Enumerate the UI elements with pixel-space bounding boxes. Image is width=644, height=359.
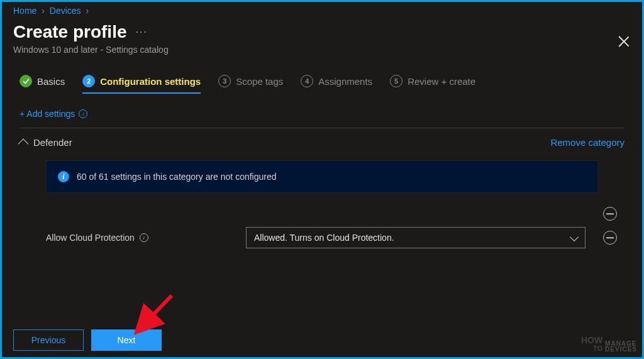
step-label: Scope tags bbox=[236, 76, 283, 87]
category-name: Defender bbox=[33, 137, 72, 148]
remove-setting-button[interactable] bbox=[603, 231, 617, 245]
chevron-right-icon: › bbox=[42, 6, 45, 16]
step-label: Basics bbox=[37, 76, 65, 87]
step-assignments[interactable]: 4 Assignments bbox=[301, 75, 372, 94]
close-icon[interactable] bbox=[616, 33, 632, 50]
info-icon[interactable]: i bbox=[140, 233, 148, 242]
remove-category-button[interactable]: Remove category bbox=[550, 137, 625, 148]
page-title: Create profile bbox=[13, 22, 127, 42]
step-label: Assignments bbox=[318, 76, 372, 87]
step-number: 3 bbox=[218, 75, 231, 87]
chevron-down-icon bbox=[570, 233, 579, 241]
check-icon bbox=[19, 75, 32, 87]
chevron-right-icon: › bbox=[86, 6, 89, 16]
more-icon[interactable]: ··· bbox=[136, 26, 148, 38]
setting-value-dropdown[interactable]: Allowed. Turns on Cloud Protection. bbox=[246, 227, 586, 248]
setting-label: Allow Cloud Protection bbox=[46, 233, 135, 243]
next-button[interactable]: Next bbox=[91, 329, 162, 351]
breadcrumb-home[interactable]: Home bbox=[13, 6, 36, 16]
step-number: 2 bbox=[82, 75, 95, 87]
breadcrumb: Home › Devices › bbox=[2, 2, 642, 17]
step-basics[interactable]: Basics bbox=[19, 75, 65, 94]
page-subtitle: Windows 10 and later - Settings catalog bbox=[2, 43, 642, 66]
step-review-create[interactable]: 5 Review + create bbox=[390, 75, 475, 94]
step-number: 4 bbox=[301, 75, 313, 87]
breadcrumb-devices[interactable]: Devices bbox=[50, 6, 81, 16]
watermark: HOW TO MANAGE DEVICES bbox=[581, 336, 637, 352]
dropdown-selected-value: Allowed. Turns on Cloud Protection. bbox=[254, 233, 394, 243]
category-info-banner: i 60 of 61 settings in this category are… bbox=[46, 160, 598, 193]
add-settings-button[interactable]: + Add settings i bbox=[2, 94, 642, 128]
step-number: 5 bbox=[390, 75, 402, 87]
step-configuration-settings[interactable]: 2 Configuration settings bbox=[82, 75, 201, 94]
wizard-steps: Basics 2 Configuration settings 3 Scope … bbox=[2, 66, 642, 94]
banner-text: 60 of 61 settings in this category are n… bbox=[77, 172, 277, 182]
category-toggle[interactable]: Defender bbox=[19, 137, 72, 148]
info-icon[interactable]: i bbox=[79, 109, 87, 118]
step-label: Review + create bbox=[408, 76, 475, 87]
chevron-up-icon bbox=[18, 138, 29, 149]
remove-item-button[interactable] bbox=[603, 207, 617, 221]
previous-button[interactable]: Previous bbox=[13, 329, 84, 351]
step-label: Configuration settings bbox=[100, 76, 201, 87]
add-settings-label: + Add settings bbox=[19, 109, 75, 119]
step-scope-tags[interactable]: 3 Scope tags bbox=[218, 75, 283, 94]
info-icon: i bbox=[58, 171, 69, 182]
